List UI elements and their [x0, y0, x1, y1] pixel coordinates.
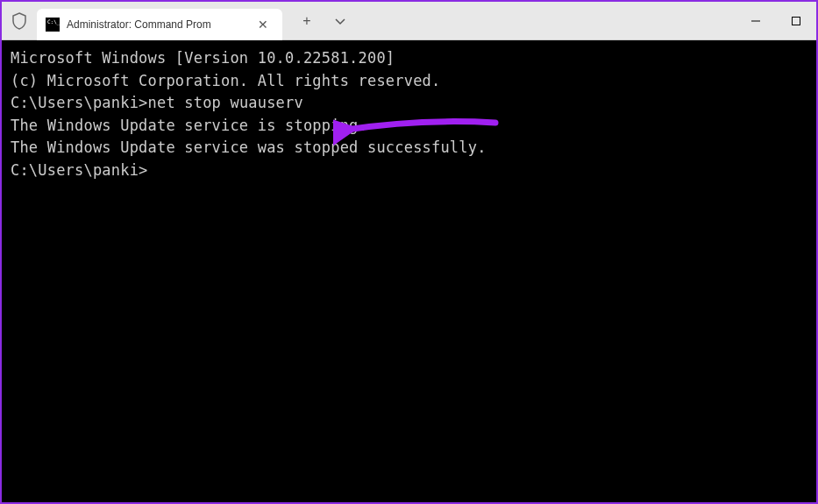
- tab-dropdown-button[interactable]: [331, 13, 349, 29]
- cmd-icon-text: C:\_: [47, 19, 60, 25]
- close-tab-button[interactable]: ✕: [253, 16, 274, 33]
- command-line-2: C:\Users\panki>: [11, 160, 807, 182]
- command-line-1: C:\Users\panki>net stop wuauserv: [11, 92, 807, 115]
- terminal-body[interactable]: Microsoft Windows [Version 10.0.22581.20…: [2, 40, 816, 502]
- copyright-line: (c) Microsoft Corporation. All rights re…: [11, 70, 807, 93]
- terminal-tab[interactable]: C:\_ Administrator: Command Prom ✕: [37, 9, 282, 40]
- prompt-text: C:\Users\panki>: [11, 161, 148, 179]
- tab-title: Administrator: Command Prom: [67, 18, 245, 31]
- shield-icon: [2, 12, 37, 30]
- svg-rect-1: [793, 17, 800, 25]
- window-titlebar: C:\_ Administrator: Command Prom ✕ +: [2, 2, 816, 40]
- output-line-1: The Windows Update service is stopping.: [11, 115, 807, 138]
- output-line-2: The Windows Update service was stopped s…: [11, 137, 807, 160]
- minimize-button[interactable]: [736, 2, 776, 40]
- version-line: Microsoft Windows [Version 10.0.22581.20…: [11, 47, 807, 70]
- cmd-icon: C:\_: [46, 18, 60, 32]
- prompt-text: C:\Users\panki>: [11, 94, 148, 111]
- command-text: net stop wuauserv: [148, 94, 303, 111]
- window-controls: [736, 2, 816, 40]
- maximize-button[interactable]: [776, 2, 816, 40]
- new-tab-button[interactable]: +: [298, 13, 316, 29]
- tab-actions: +: [298, 13, 349, 29]
